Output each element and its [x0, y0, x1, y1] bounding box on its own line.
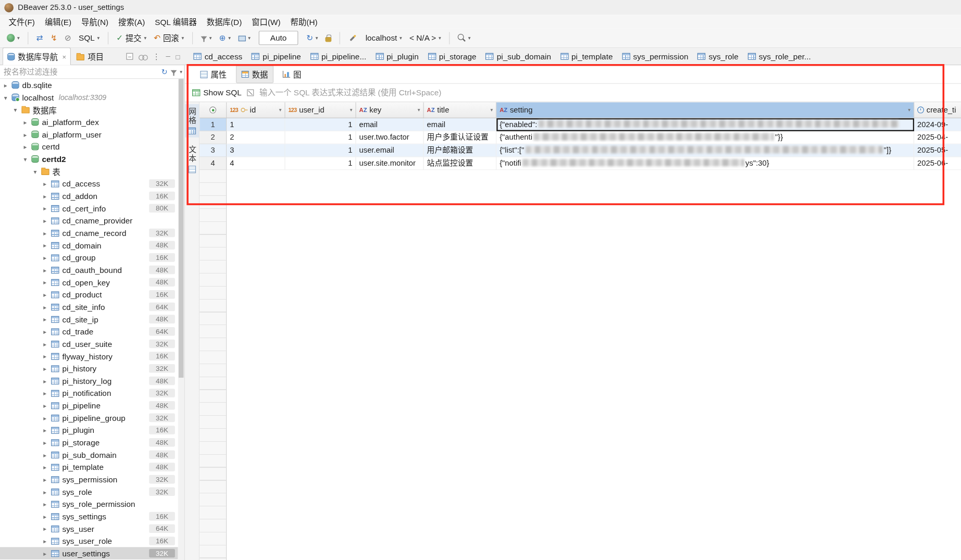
tree-item-table[interactable]: ▸ cd_cname_provider — [0, 215, 178, 227]
tree-item-tables-folder[interactable]: ▾ 表 — [0, 165, 178, 178]
column-header-key[interactable]: AZkey▾ — [356, 102, 424, 118]
tree-item-table[interactable]: ▸ pi_sub_domain 48K — [0, 449, 178, 461]
connection-selector[interactable]: localhost▾ — [363, 31, 405, 44]
disable-button[interactable]: ⊘ — [61, 32, 74, 44]
tab-database-navigator[interactable]: 数据库导航 × — [3, 47, 71, 65]
cell-create-time[interactable]: 2025-04- — [914, 131, 961, 144]
cell-user-id[interactable]: 1 — [285, 157, 356, 170]
editor-tab[interactable]: sys_permission — [622, 52, 688, 61]
new-connection-button[interactable]: ▾ — [4, 32, 23, 44]
editor-tab[interactable]: pi_storage — [428, 52, 477, 61]
cell-setting-focused[interactable]: {"enabled": — [496, 118, 914, 131]
tree-item-database-certd2[interactable]: ▾ certd2 — [0, 153, 178, 165]
refresh-icon[interactable]: ↻ — [161, 68, 168, 76]
refresh-button[interactable]: ↻▾ — [303, 32, 321, 44]
chevron-right-icon[interactable]: ▸ — [42, 303, 48, 310]
menu-item[interactable]: 搜索(A) — [114, 15, 150, 29]
column-filter-icon[interactable]: ▾ — [908, 107, 910, 113]
editor-tab[interactable]: pi_template — [560, 52, 613, 61]
expand-filter-icon[interactable] — [247, 89, 254, 96]
cell-setting[interactable]: {"notifiys":30} — [496, 157, 914, 170]
tree-item-table[interactable]: ▸ cd_access 32K — [0, 178, 178, 190]
chevron-right-icon[interactable]: ▸ — [42, 328, 48, 335]
tab-properties[interactable]: 属性 — [195, 65, 232, 83]
row-indicator-header[interactable] — [199, 102, 227, 118]
chevron-right-icon[interactable]: ▸ — [42, 291, 48, 298]
cell-create-time[interactable]: 2025-06- — [914, 157, 961, 170]
chevron-right-icon[interactable]: ▸ — [42, 439, 48, 446]
tree-item-table[interactable]: ▸ cd_group 16K — [0, 252, 178, 264]
schema-selector[interactable]: < N/A >▾ — [406, 31, 444, 44]
column-filter-icon[interactable]: ▾ — [350, 107, 353, 113]
menu-item[interactable]: 编辑(E) — [40, 15, 76, 29]
view-menu-icon[interactable]: ⋮ — [152, 52, 160, 61]
chevron-right-icon[interactable]: ▸ — [42, 488, 48, 495]
filter-connections-input[interactable] — [0, 66, 158, 77]
chevron-right-icon[interactable]: ▸ — [22, 143, 29, 150]
tree-item-table[interactable]: ▸ sys_user_role 16K — [0, 535, 178, 547]
tree-item-table[interactable]: ▸ cd_oauth_bound 48K — [0, 264, 178, 276]
tree-item-table[interactable]: ▸ cd_site_info 64K — [0, 301, 178, 313]
chevron-right-icon[interactable]: ▸ — [42, 513, 48, 520]
presentation-grid[interactable]: 网格 — [185, 104, 199, 138]
chevron-right-icon[interactable]: ▸ — [42, 365, 48, 372]
menu-item[interactable]: 窗口(W) — [247, 15, 285, 29]
tree-item-table[interactable]: ▸ cd_domain 48K — [0, 239, 178, 252]
rollback-button[interactable]: ↶回滚▾ — [151, 30, 187, 46]
chevron-right-icon[interactable]: ▸ — [3, 82, 9, 89]
scrollbar-thumb[interactable] — [179, 79, 183, 378]
tree-item-table[interactable]: ▸ cd_trade 64K — [0, 325, 178, 338]
sql-editor-dropdown[interactable]: SQL▾ — [76, 31, 103, 44]
link-editor-icon[interactable] — [139, 55, 146, 59]
column-header-id[interactable]: 123id▾ — [227, 102, 285, 118]
menu-item[interactable]: 数据库(D) — [202, 15, 246, 29]
chevron-down-icon[interactable]: ▾ — [3, 94, 9, 101]
row-number[interactable]: 4 — [199, 157, 227, 170]
menu-item[interactable]: 文件(F) — [4, 15, 40, 29]
tree-item-table[interactable]: ▸ cd_cname_record 32K — [0, 227, 178, 239]
chevron-right-icon[interactable]: ▸ — [42, 316, 48, 322]
chevron-right-icon[interactable]: ▸ — [42, 340, 48, 347]
minimize-icon[interactable]: ─ — [166, 53, 170, 60]
chevron-right-icon[interactable]: ▸ — [42, 279, 48, 285]
tree-item-table[interactable]: ▸ cd_cert_info 80K — [0, 202, 178, 215]
cell-create-time[interactable]: 2024-09- — [914, 118, 961, 131]
cell-create-time[interactable]: 2025-05- — [914, 144, 961, 157]
cell-id[interactable]: 1 — [227, 118, 285, 131]
column-filter-icon[interactable]: ▾ — [279, 107, 282, 113]
lock-button[interactable] — [322, 32, 335, 43]
maximize-icon[interactable]: □ — [176, 53, 180, 60]
column-header-setting[interactable]: AZsetting▾ — [496, 102, 914, 118]
cell-key[interactable]: user.email — [356, 144, 424, 157]
cell-id[interactable]: 3 — [227, 144, 285, 157]
chevron-down-icon[interactable]: ▾ — [13, 106, 19, 113]
presentation-text[interactable]: 文本 — [185, 142, 199, 176]
tree-item-table[interactable]: ▸ cd_site_ip 48K — [0, 313, 178, 326]
sync-button[interactable]: ⇄ — [33, 32, 46, 44]
row-number[interactable]: 1 — [199, 118, 227, 131]
cell-title[interactable]: email — [424, 118, 497, 131]
editor-tab[interactable]: pi_sub_domain — [485, 52, 551, 61]
chevron-right-icon[interactable]: ▸ — [42, 267, 48, 273]
chevron-right-icon[interactable]: ▸ — [42, 476, 48, 483]
cell-title[interactable]: 用户多重认证设置 — [424, 131, 497, 144]
tree-item-table[interactable]: ▸ cd_addon 16K — [0, 190, 178, 202]
execute-button[interactable]: ↯ — [47, 32, 60, 44]
chevron-right-icon[interactable]: ▸ — [42, 353, 48, 359]
tree-item-databases-folder[interactable]: ▾ 数据库 — [0, 104, 178, 116]
editor-tab[interactable]: sys_role_per... — [748, 52, 811, 61]
tree-item-database[interactable]: ▸ ai_platform_user — [0, 128, 178, 141]
tree-item-table[interactable]: ▸ sys_user 64K — [0, 522, 178, 535]
chevron-right-icon[interactable]: ▸ — [42, 390, 48, 396]
chevron-right-icon[interactable]: ▸ — [42, 230, 48, 237]
menu-item[interactable]: SQL 编辑器 — [150, 15, 202, 29]
chevron-right-icon[interactable]: ▸ — [42, 402, 48, 409]
tree-item-table[interactable]: ▸ sys_settings 16K — [0, 510, 178, 522]
cell-title[interactable]: 用户邮箱设置 — [424, 144, 497, 157]
cell-title[interactable]: 站点监控设置 — [424, 157, 497, 170]
editor-tab[interactable]: cd_access — [193, 52, 242, 61]
tree-item-table[interactable]: ▸ pi_notification 32K — [0, 387, 178, 400]
cell-key[interactable]: user.two.factor — [356, 131, 424, 144]
chevron-right-icon[interactable]: ▸ — [42, 451, 48, 458]
tree-item-table[interactable]: ▸ pi_storage 48K — [0, 436, 178, 449]
